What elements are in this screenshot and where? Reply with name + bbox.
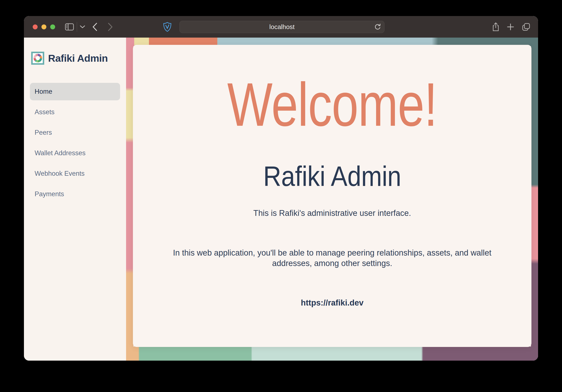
- sidebar-item-label: Peers: [35, 129, 52, 136]
- decorative-band-bottom: [126, 347, 538, 361]
- welcome-card: Welcome! Rafiki Admin This is Rafiki's a…: [133, 45, 531, 347]
- back-icon[interactable]: [92, 23, 97, 31]
- decorative-band-left: [126, 38, 133, 361]
- decorative-band-right: [531, 38, 538, 361]
- sidebar-item-home[interactable]: Home: [30, 83, 120, 100]
- minimize-window-button[interactable]: [41, 24, 46, 29]
- sidebar-item-label: Wallet Addresses: [35, 149, 85, 157]
- sidebar-item-payments[interactable]: Payments: [30, 185, 120, 203]
- sidebar-item-label: Payments: [35, 190, 64, 198]
- close-window-button[interactable]: [33, 24, 38, 29]
- sidebar-item-webhook-events[interactable]: Webhook Events: [30, 165, 120, 182]
- sidebar: Rafiki Admin Home Assets Peers Wallet Ad…: [24, 38, 126, 361]
- sidebar-toggle-icon[interactable]: [65, 23, 74, 31]
- sidebar-item-label: Assets: [35, 108, 55, 116]
- share-icon[interactable]: [492, 22, 499, 31]
- reload-icon[interactable]: [375, 23, 381, 30]
- tab-overview-icon[interactable]: [522, 23, 530, 31]
- sidebar-item-assets[interactable]: Assets: [30, 103, 120, 121]
- toolbar-divider: [77, 22, 77, 32]
- chevron-down-icon[interactable]: [80, 25, 85, 28]
- description-text: In this web application, you'll be able …: [164, 248, 500, 268]
- sidebar-item-peers[interactable]: Peers: [30, 124, 120, 141]
- page-title: Rafiki Admin: [133, 162, 531, 190]
- sidebar-item-wallet-addresses[interactable]: Wallet Addresses: [30, 144, 120, 162]
- brand-title: Rafiki Admin: [48, 52, 108, 64]
- sidebar-item-label: Home: [35, 88, 52, 95]
- rafiki-logo-icon: [31, 52, 44, 65]
- url-text[interactable]: localhost: [269, 23, 294, 31]
- subtitle-text: This is Rafiki's administrative user int…: [133, 209, 531, 218]
- forward-icon: [108, 23, 113, 31]
- privacy-shield-icon[interactable]: [163, 22, 171, 32]
- zoom-window-button[interactable]: [50, 24, 55, 29]
- main-content: Welcome! Rafiki Admin This is Rafiki's a…: [126, 38, 538, 361]
- sidebar-nav: Home Assets Peers Wallet Addresses Webho…: [24, 83, 126, 203]
- browser-toolbar: localhost: [24, 16, 538, 38]
- browser-window: localhost: [24, 16, 538, 361]
- new-tab-icon[interactable]: [507, 23, 514, 31]
- address-bar[interactable]: localhost: [179, 21, 385, 33]
- rafiki-dev-link[interactable]: https://rafiki.dev: [301, 298, 364, 307]
- brand[interactable]: Rafiki Admin: [24, 51, 126, 65]
- welcome-heading: Welcome!: [133, 72, 531, 137]
- sidebar-item-label: Webhook Events: [35, 170, 85, 178]
